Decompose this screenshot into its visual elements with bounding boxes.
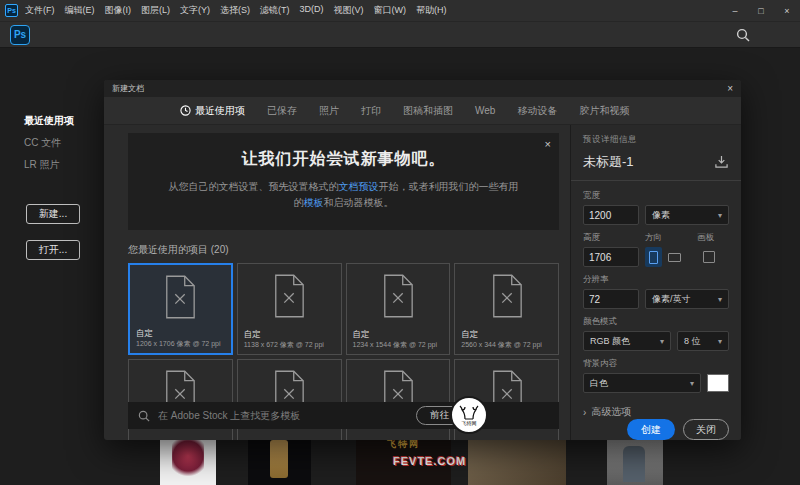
hero-text: 从您自己的文档设置、预先设置格式的 [169, 181, 339, 192]
menu-layer[interactable]: 图层(L) [141, 4, 170, 17]
tab-mobile[interactable]: 移动设备 [517, 104, 557, 118]
advanced-options-toggle[interactable]: › 高级选项 [583, 405, 729, 419]
recent-doc-tile[interactable]: 自定 1138 x 672 像素 @ 72 ppi [237, 263, 342, 355]
close-button[interactable]: 关闭 [683, 419, 729, 440]
recent-section-label: 您最近使用的项目 (20) [128, 243, 570, 257]
tile-size: 1206 x 1706 像素 @ 72 ppi [136, 339, 221, 349]
height-input[interactable] [583, 247, 639, 267]
orientation-group [645, 247, 697, 267]
stock-search-input[interactable] [158, 410, 408, 421]
close-window-button[interactable]: × [774, 0, 800, 22]
menu-filter[interactable]: 滤镜(T) [260, 4, 290, 17]
photoshop-window: Ps 文件(F) 编辑(E) 图像(I) 图层(L) 文字(Y) 选择(S) 滤… [0, 0, 800, 485]
color-mode-value: RGB 颜色 [590, 335, 630, 348]
chevron-down-icon: ▾ [718, 337, 722, 346]
tab-art-illustration[interactable]: 图稿和插图 [403, 104, 453, 118]
hero-text: 的 [294, 197, 304, 208]
menu-edit[interactable]: 编辑(E) [65, 4, 95, 17]
dialog-body: × 让我们开始尝试新事物吧。 从您自己的文档设置、预先设置格式的文档预设开始，或… [104, 125, 741, 440]
menubar: 文件(F) 编辑(E) 图像(I) 图层(L) 文字(Y) 选择(S) 滤镜(T… [25, 4, 447, 17]
recent-doc-tile[interactable]: 自定 1206 x 1706 像素 @ 72 ppi [128, 263, 233, 355]
artboard-checkbox[interactable] [703, 251, 715, 263]
dialog-title: 新建文档 [112, 83, 144, 94]
dialog-titlebar: 新建文档 × [104, 80, 741, 97]
hero-banner: × 让我们开始尝试新事物吧。 从您自己的文档设置、预先设置格式的文档预设开始，或… [128, 133, 559, 230]
divider [571, 180, 741, 181]
document-icon [272, 274, 306, 318]
width-unit-select[interactable]: 像素 ▾ [645, 205, 729, 225]
hero-text: 和启动器模板。 [324, 197, 394, 208]
menu-help[interactable]: 帮助(H) [416, 4, 447, 17]
menu-window[interactable]: 窗口(W) [374, 4, 407, 17]
chevron-down-icon: ▾ [718, 211, 722, 220]
sidebar-item-recent[interactable]: 最近使用项 [0, 110, 120, 132]
open-file-button[interactable]: 打开... [26, 240, 80, 260]
tab-label: 最近使用项 [195, 104, 245, 118]
thumbnail-artwork [623, 446, 645, 482]
chevron-down-icon: ▾ [660, 337, 664, 346]
app-icon: Ps [5, 4, 18, 17]
search-icon[interactable] [736, 28, 750, 42]
create-button[interactable]: 创建 [627, 419, 675, 440]
save-preset-icon[interactable] [714, 155, 729, 169]
bit-depth-select[interactable]: 8 位 ▾ [677, 331, 729, 351]
unit-value: 像素 [652, 209, 670, 222]
background-color-swatch[interactable] [707, 374, 729, 392]
tile-size: 1234 x 1544 像素 @ 72 ppi [353, 340, 438, 350]
sidebar-item-lr-photos[interactable]: LR 照片 [0, 154, 120, 176]
resolution-input[interactable] [583, 289, 639, 309]
new-file-button[interactable]: 新建... [26, 204, 80, 224]
tile-size: 2560 x 344 像素 @ 72 ppi [461, 340, 542, 350]
templates-link[interactable]: 模板 [304, 197, 324, 208]
orientation-landscape-button[interactable] [666, 247, 683, 267]
minimize-button[interactable]: – [722, 0, 748, 22]
menu-file[interactable]: 文件(F) [25, 4, 55, 17]
tab-photo[interactable]: 照片 [319, 104, 339, 118]
sidebar-item-cc-files[interactable]: CC 文件 [0, 132, 120, 154]
chevron-down-icon: ▾ [690, 379, 694, 388]
resolution-unit-select[interactable]: 像素/英寸 ▾ [645, 289, 729, 309]
color-mode-select[interactable]: RGB 颜色 ▾ [583, 331, 671, 351]
tab-web[interactable]: Web [475, 105, 495, 116]
window-controls: – □ × [722, 0, 800, 22]
background-select[interactable]: 白色 ▾ [583, 373, 701, 393]
width-input[interactable] [583, 205, 639, 225]
orientation-portrait-button[interactable] [645, 247, 662, 267]
tab-film-video[interactable]: 胶片和视频 [579, 104, 629, 118]
maximize-button[interactable]: □ [748, 0, 774, 22]
menu-view[interactable]: 视图(V) [334, 4, 364, 17]
menu-image[interactable]: 图像(I) [105, 4, 132, 17]
resolution-label: 分辨率 [583, 274, 729, 286]
tab-print[interactable]: 打印 [361, 104, 381, 118]
tab-saved[interactable]: 已保存 [267, 104, 297, 118]
preset-details-panel: 预设详细信息 未标题-1 宽度 像素 ▾ [570, 125, 741, 440]
fevte-deer-logo: 飞特网 [450, 396, 488, 434]
dialog-close-icon[interactable]: × [727, 83, 733, 94]
artboard-label: 画板 [697, 232, 729, 244]
ps-home-icon[interactable]: Ps [10, 25, 30, 45]
thumbnail-artwork [270, 440, 288, 478]
document-icon [490, 274, 524, 318]
home-sidebar: 最近使用项 CC 文件 LR 照片 新建... 打开... [0, 48, 120, 485]
stock-search-bar: 前往 [128, 402, 559, 429]
dialog-left-pane: × 让我们开始尝试新事物吧。 从您自己的文档设置、预先设置格式的文档预设开始，或… [104, 125, 570, 440]
recent-tiles-row1: 自定 1206 x 1706 像素 @ 72 ppi 自定 1138 x 672… [128, 263, 559, 355]
menu-select[interactable]: 选择(S) [220, 4, 250, 17]
tab-recent[interactable]: 最近使用项 [180, 104, 245, 118]
portrait-icon [649, 251, 658, 264]
menu-type[interactable]: 文字(Y) [180, 4, 210, 17]
chevron-right-icon: › [583, 407, 586, 418]
menu-3d[interactable]: 3D(D) [300, 4, 324, 17]
hero-body: 从您自己的文档设置、预先设置格式的文档预设开始，或者利用我们的一些有用 的模板和… [128, 179, 559, 210]
preset-header: 预设详细信息 [583, 134, 729, 146]
advanced-options-label: 高级选项 [591, 405, 631, 419]
watermark-name-text: 飞特网 [462, 421, 477, 426]
bit-depth-value: 8 位 [684, 335, 701, 348]
doc-preset-link[interactable]: 文档预设 [339, 181, 379, 192]
recent-doc-tile[interactable]: 自定 1234 x 1544 像素 @ 72 ppi [346, 263, 451, 355]
recent-doc-tile[interactable]: 自定 2560 x 344 像素 @ 72 ppi [454, 263, 559, 355]
orientation-label: 方向 [645, 232, 697, 244]
hero-close-icon[interactable]: × [545, 138, 551, 150]
document-name-field[interactable]: 未标题-1 [583, 153, 634, 171]
height-label: 高度 [583, 232, 645, 244]
